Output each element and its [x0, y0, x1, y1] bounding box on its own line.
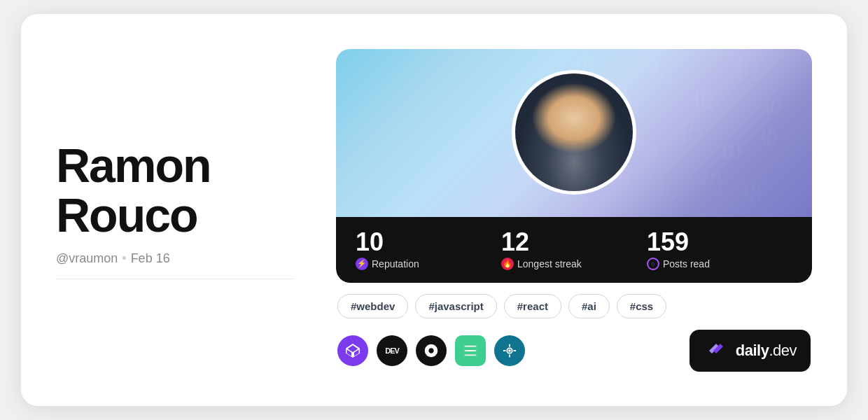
- svg-text:⟨/⟩: ⟨/⟩: [742, 182, 763, 204]
- streak-value: 12: [501, 230, 647, 255]
- divider: [56, 279, 294, 279]
- social-icon-circuit[interactable]: [494, 335, 525, 366]
- social-icon-devto[interactable]: DEV: [377, 335, 407, 366]
- daily-dev-logo-icon: [704, 338, 729, 363]
- tag-css[interactable]: #css: [617, 294, 666, 318]
- avatar: [515, 74, 633, 191]
- left-section: Ramon Rouco @vraumon • Feb 16: [56, 141, 294, 280]
- tag-javascript[interactable]: #javascript: [415, 294, 496, 318]
- avatar-ring: [512, 70, 636, 195]
- svg-text:⟨/⟩: ⟨/⟩: [760, 127, 778, 148]
- posts-read-icon: ○: [647, 258, 659, 270]
- profile-banner-card: ⟨/⟩ ⟨/⟩ ⟨/⟩ ⟨/⟩ ⟨/⟩ ⟨/⟩ ⟨/⟩ ⟨/⟩ ⟨/⟩ ⟨/⟩ …: [336, 49, 812, 283]
- social-icons: DEV: [337, 335, 525, 366]
- stat-streak: 12 🔥 Longest streak: [501, 230, 647, 270]
- user-meta: @vraumon • Feb 16: [56, 251, 294, 266]
- svg-point-16: [508, 349, 511, 352]
- streak-label: 🔥 Longest streak: [501, 258, 647, 270]
- meta-separator: •: [122, 251, 126, 266]
- svg-text:⟨/⟩: ⟨/⟩: [651, 62, 673, 85]
- svg-text:⟨/⟩: ⟨/⟩: [763, 95, 782, 116]
- bottom-row: DEV: [336, 330, 812, 372]
- tag-webdev[interactable]: #webdev: [337, 294, 408, 318]
- svg-text:⟨/⟩: ⟨/⟩: [721, 140, 742, 162]
- stat-reputation: 10 ⚡ Reputation: [356, 230, 501, 270]
- stats-bar: 10 ⚡ Reputation 12 🔥 Longest streak 159: [336, 217, 812, 283]
- svg-text:⟨/⟩: ⟨/⟩: [637, 136, 658, 158]
- tag-ai[interactable]: #ai: [568, 294, 610, 318]
- svg-text:⟨/⟩: ⟨/⟩: [700, 169, 723, 194]
- svg-text:⟨/⟩: ⟨/⟩: [658, 178, 679, 200]
- posts-read-label: ○ Posts read: [647, 258, 792, 270]
- profile-card-container: Ramon Rouco @vraumon • Feb 16: [21, 14, 847, 406]
- svg-text:⟨/⟩: ⟨/⟩: [735, 57, 758, 82]
- svg-text:⟨/⟩: ⟨/⟩: [679, 120, 702, 145]
- banner: ⟨/⟩ ⟨/⟩ ⟨/⟩ ⟨/⟩ ⟨/⟩ ⟨/⟩ ⟨/⟩ ⟨/⟩ ⟨/⟩ ⟨/⟩ …: [336, 49, 812, 217]
- svg-text:⟨/⟩: ⟨/⟩: [693, 88, 714, 109]
- reputation-icon: ⚡: [356, 258, 368, 270]
- streak-icon: 🔥: [501, 258, 514, 270]
- tags-row: #webdev #javascript #react #ai #css: [336, 294, 812, 318]
- social-icon-codepen[interactable]: [337, 335, 368, 366]
- avatar-wrapper: [512, 70, 636, 195]
- stat-posts-read: 159 ○ Posts read: [647, 230, 792, 270]
- user-handle: @vraumon: [56, 251, 118, 266]
- social-icon-note[interactable]: [455, 335, 486, 366]
- daily-dev-text: daily.dev: [736, 342, 797, 360]
- posts-read-value: 159: [647, 230, 792, 255]
- reputation-value: 10: [356, 230, 501, 255]
- join-date: Feb 16: [131, 251, 170, 266]
- social-icon-hashnode[interactable]: [416, 335, 447, 366]
- user-full-name: Ramon Rouco: [56, 141, 294, 241]
- reputation-label: ⚡ Reputation: [356, 258, 501, 270]
- right-section: ⟨/⟩ ⟨/⟩ ⟨/⟩ ⟨/⟩ ⟨/⟩ ⟨/⟩ ⟨/⟩ ⟨/⟩ ⟨/⟩ ⟨/⟩ …: [336, 49, 812, 372]
- tag-react[interactable]: #react: [504, 294, 561, 318]
- daily-dev-badge: daily.dev: [690, 330, 811, 372]
